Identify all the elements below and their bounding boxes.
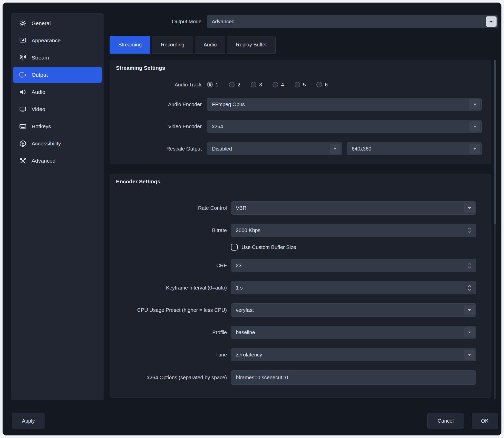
radio-label: 6	[325, 82, 328, 88]
bitrate-label: Bitrate	[110, 227, 227, 233]
sidebar-item-output[interactable]: Output	[13, 67, 102, 83]
sidebar-item-general[interactable]: General	[13, 15, 102, 31]
appearance-icon	[19, 37, 26, 44]
apply-button[interactable]: Apply	[12, 413, 45, 429]
audio-encoder-dropdown[interactable]: FFmpeg Opus	[207, 98, 482, 111]
radio-track-6[interactable]: 6	[316, 82, 328, 88]
sidebar-item-label: Audio	[32, 89, 45, 95]
sidebar-item-video[interactable]: Video	[13, 101, 102, 117]
cpu-usage-preset-dropdown[interactable]: veryfast	[231, 303, 476, 317]
sidebar-item-label: Advanced	[32, 158, 55, 164]
rescale-resolution-dropdown[interactable]: 640x360	[347, 142, 482, 155]
crf-spinner[interactable]: 23	[231, 259, 476, 272]
increment-button[interactable]	[468, 227, 471, 230]
cpu-usage-preset-label: CPU Usage Preset (higher = less CPU)	[110, 307, 227, 313]
decrement-button[interactable]	[468, 231, 471, 233]
tab-label: Streaming	[118, 42, 142, 48]
radio-label: 5	[303, 82, 306, 88]
decrement-button[interactable]	[468, 266, 471, 268]
sidebar-item-label: Video	[32, 106, 45, 112]
chevron-down-icon	[486, 16, 497, 27]
tab-replay-buffer[interactable]: Replay Buffer	[227, 36, 276, 54]
radio-track-2[interactable]: 2	[229, 82, 240, 88]
chevron-down-icon	[469, 144, 480, 154]
cancel-button[interactable]: Cancel	[427, 413, 464, 429]
video-encoder-label: Video Encoder	[110, 124, 202, 130]
group-title: Streaming Settings	[110, 60, 491, 72]
chevron-down-icon	[330, 144, 341, 154]
sidebar-item-label: General	[32, 20, 51, 26]
tab-audio[interactable]: Audio	[195, 36, 225, 54]
profile-dropdown[interactable]: baseline	[231, 326, 476, 339]
rate-control-label: Rate Control	[110, 205, 227, 211]
radio-button	[316, 82, 322, 87]
sidebar-item-accessibility[interactable]: Accessibility	[13, 136, 102, 152]
radio-button	[229, 82, 235, 87]
radio-label: 4	[281, 82, 284, 88]
speaker-icon	[19, 88, 26, 96]
video-encoder-dropdown[interactable]: x264	[207, 120, 482, 133]
rescale-output-dropdown[interactable]: Disabled	[207, 142, 342, 155]
chevron-down-icon	[464, 305, 475, 315]
spinner-buttons	[464, 260, 475, 271]
rescale-resolution-value: 640x360	[352, 146, 372, 152]
sidebar-item-advanced[interactable]: Advanced	[13, 153, 102, 169]
radio-track-4[interactable]: 4	[273, 82, 284, 88]
video-encoder-value: x264	[212, 124, 223, 130]
increment-button[interactable]	[468, 285, 471, 287]
output-icon	[19, 71, 26, 78]
use-custom-buffer-label: Use Custom Buffer Size	[241, 244, 296, 250]
sidebar: General Appearance Stream Output Audio	[11, 13, 104, 400]
audio-track-radio-group: 1 2 3 4 5 6	[207, 81, 482, 88]
audio-encoder-value: FFmpeg Opus	[212, 102, 245, 107]
decrement-button[interactable]	[468, 288, 471, 291]
tab-label: Recording	[161, 42, 184, 48]
ok-button[interactable]: OK	[472, 413, 498, 429]
radio-button	[251, 82, 256, 87]
output-mode-dropdown[interactable]: Advanced	[207, 15, 498, 28]
sidebar-item-stream[interactable]: Stream	[13, 50, 102, 66]
scrollbar-handle[interactable]	[494, 60, 496, 224]
keyframe-interval-spinner[interactable]: 1 s	[231, 281, 476, 294]
encoder-settings-group: Encoder Settings Rate Control VBR Bitrat…	[110, 174, 491, 398]
chevron-down-icon	[469, 99, 480, 110]
x264-options-input[interactable]: bframes=0 scenecut=0	[231, 370, 476, 385]
tab-streaming[interactable]: Streaming	[110, 36, 150, 54]
radio-track-1[interactable]: 1	[207, 82, 218, 88]
sidebar-item-appearance[interactable]: Appearance	[13, 33, 102, 48]
keyboard-icon	[19, 123, 26, 130]
output-mode-label: Output Mode	[110, 19, 201, 25]
sidebar-item-hotkeys[interactable]: Hotkeys	[13, 118, 102, 134]
rescale-output-value: Disabled	[212, 146, 232, 152]
chevron-down-icon	[469, 121, 480, 132]
radio-track-3[interactable]: 3	[251, 82, 262, 88]
rescale-output-label: Rescale Output	[110, 146, 202, 152]
radio-track-5[interactable]: 5	[295, 82, 306, 88]
radio-button	[273, 82, 278, 87]
sidebar-item-audio[interactable]: Audio	[13, 84, 102, 100]
use-custom-buffer-checkbox[interactable]	[231, 244, 238, 251]
vertical-scrollbar[interactable]	[494, 60, 496, 399]
chevron-down-icon	[464, 203, 475, 213]
group-title: Encoder Settings	[110, 174, 491, 185]
radio-label: 2	[237, 82, 240, 88]
radio-button	[207, 82, 213, 87]
increment-button[interactable]	[468, 263, 471, 265]
rate-control-dropdown[interactable]: VBR	[231, 201, 476, 215]
spinner-buttons	[464, 225, 475, 235]
audio-encoder-label: Audio Encoder	[110, 102, 202, 107]
tune-value: zerolatency	[236, 352, 262, 358]
radio-button	[295, 82, 300, 87]
crf-value: 23	[236, 263, 241, 268]
output-mode-row: Output Mode Advanced	[110, 15, 498, 28]
rate-control-value: VBR	[236, 205, 246, 211]
keyframe-interval-label: Keyframe Interval (0=auto)	[110, 285, 227, 291]
tune-dropdown[interactable]: zerolatency	[231, 348, 476, 361]
x264-options-label: x264 Options (separated by space)	[110, 375, 227, 381]
settings-dialog: General Appearance Stream Output Audio	[3, 3, 501, 435]
output-mode-value: Advanced	[212, 19, 235, 25]
tune-label: Tune	[110, 352, 227, 358]
tab-recording[interactable]: Recording	[152, 36, 193, 54]
use-custom-buffer-row: Use Custom Buffer Size	[231, 243, 491, 251]
bitrate-spinner[interactable]: 2000 Kbps	[231, 224, 476, 237]
